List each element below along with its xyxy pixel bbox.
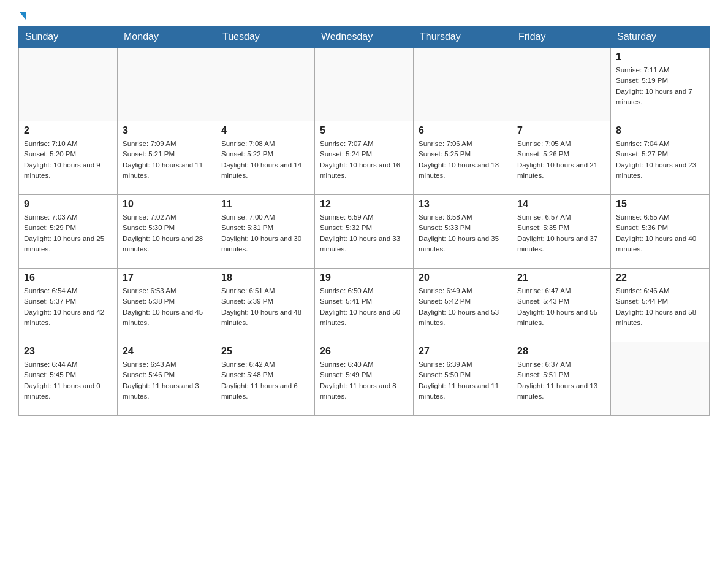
day-number: 8	[616, 125, 704, 136]
calendar-cell	[118, 48, 216, 121]
calendar-cell: 6Sunrise: 7:06 AMSunset: 5:25 PMDaylight…	[414, 121, 512, 195]
days-header-row: SundayMondayTuesdayWednesdayThursdayFrid…	[19, 26, 710, 48]
calendar-week-row: 16Sunrise: 6:54 AMSunset: 5:37 PMDayligh…	[19, 269, 710, 342]
calendar-cell: 15Sunrise: 6:55 AMSunset: 5:36 PMDayligh…	[611, 195, 710, 269]
calendar-cell: 1Sunrise: 7:11 AMSunset: 5:19 PMDaylight…	[611, 48, 710, 121]
day-info: Sunrise: 7:10 AMSunset: 5:20 PMDaylight:…	[24, 139, 112, 181]
calendar-cell: 5Sunrise: 7:07 AMSunset: 5:24 PMDaylight…	[315, 121, 414, 195]
day-info: Sunrise: 6:40 AMSunset: 5:49 PMDaylight:…	[320, 359, 408, 402]
day-number: 18	[221, 272, 309, 283]
day-info: Sunrise: 7:07 AMSunset: 5:24 PMDaylight:…	[320, 139, 408, 181]
day-number: 10	[123, 199, 211, 210]
day-info: Sunrise: 6:43 AMSunset: 5:46 PMDaylight:…	[123, 359, 211, 402]
calendar-cell: 10Sunrise: 7:02 AMSunset: 5:30 PMDayligh…	[118, 195, 216, 269]
day-info: Sunrise: 7:06 AMSunset: 5:25 PMDaylight:…	[419, 139, 507, 181]
day-number: 7	[517, 125, 605, 136]
day-number: 13	[419, 199, 507, 210]
calendar-cell: 4Sunrise: 7:08 AMSunset: 5:22 PMDaylight…	[216, 121, 315, 195]
calendar-cell: 9Sunrise: 7:03 AMSunset: 5:29 PMDaylight…	[19, 195, 118, 269]
calendar-cell	[512, 48, 611, 121]
day-info: Sunrise: 6:58 AMSunset: 5:33 PMDaylight:…	[419, 212, 507, 255]
day-info: Sunrise: 6:55 AMSunset: 5:36 PMDaylight:…	[616, 212, 704, 255]
day-header-monday: Monday	[118, 26, 216, 48]
calendar-cell: 25Sunrise: 6:42 AMSunset: 5:48 PMDayligh…	[216, 342, 315, 416]
day-info: Sunrise: 7:05 AMSunset: 5:26 PMDaylight:…	[517, 139, 605, 181]
calendar-cell: 21Sunrise: 6:47 AMSunset: 5:43 PMDayligh…	[512, 269, 611, 342]
calendar-cell: 14Sunrise: 6:57 AMSunset: 5:35 PMDayligh…	[512, 195, 611, 269]
day-number: 25	[221, 346, 309, 357]
day-header-tuesday: Tuesday	[216, 26, 315, 48]
day-info: Sunrise: 6:59 AMSunset: 5:32 PMDaylight:…	[320, 212, 408, 255]
day-header-thursday: Thursday	[414, 26, 512, 48]
day-header-wednesday: Wednesday	[315, 26, 414, 48]
day-header-sunday: Sunday	[19, 26, 118, 48]
calendar-week-row: 9Sunrise: 7:03 AMSunset: 5:29 PMDaylight…	[19, 195, 710, 269]
day-number: 6	[419, 125, 507, 136]
day-number: 22	[616, 272, 704, 283]
day-info: Sunrise: 7:11 AMSunset: 5:19 PMDaylight:…	[616, 65, 704, 107]
day-number: 21	[517, 272, 605, 283]
day-info: Sunrise: 6:37 AMSunset: 5:51 PMDaylight:…	[517, 359, 605, 402]
day-number: 14	[517, 199, 605, 210]
calendar-cell: 26Sunrise: 6:40 AMSunset: 5:49 PMDayligh…	[315, 342, 414, 416]
day-info: Sunrise: 6:44 AMSunset: 5:45 PMDaylight:…	[24, 359, 112, 402]
calendar-cell: 23Sunrise: 6:44 AMSunset: 5:45 PMDayligh…	[19, 342, 118, 416]
calendar-cell: 3Sunrise: 7:09 AMSunset: 5:21 PMDaylight…	[118, 121, 216, 195]
day-info: Sunrise: 6:49 AMSunset: 5:42 PMDaylight:…	[419, 286, 507, 328]
calendar-cell: 22Sunrise: 6:46 AMSunset: 5:44 PMDayligh…	[611, 269, 710, 342]
calendar-cell: 18Sunrise: 6:51 AMSunset: 5:39 PMDayligh…	[216, 269, 315, 342]
day-info: Sunrise: 7:04 AMSunset: 5:27 PMDaylight:…	[616, 139, 704, 181]
day-number: 5	[320, 125, 408, 136]
page-header	[18, 12, 710, 20]
calendar-week-row: 1Sunrise: 7:11 AMSunset: 5:19 PMDaylight…	[19, 48, 710, 121]
day-number: 4	[221, 125, 309, 136]
day-number: 19	[320, 272, 408, 283]
day-info: Sunrise: 6:53 AMSunset: 5:38 PMDaylight:…	[123, 286, 211, 328]
day-info: Sunrise: 7:00 AMSunset: 5:31 PMDaylight:…	[221, 212, 309, 255]
day-info: Sunrise: 6:51 AMSunset: 5:39 PMDaylight:…	[221, 286, 309, 328]
calendar-week-row: 23Sunrise: 6:44 AMSunset: 5:45 PMDayligh…	[19, 342, 710, 416]
day-number: 2	[24, 125, 112, 136]
day-number: 1	[616, 52, 704, 63]
day-info: Sunrise: 6:50 AMSunset: 5:41 PMDaylight:…	[320, 286, 408, 328]
day-number: 27	[419, 346, 507, 357]
day-number: 12	[320, 199, 408, 210]
day-info: Sunrise: 6:47 AMSunset: 5:43 PMDaylight:…	[517, 286, 605, 328]
calendar-cell: 8Sunrise: 7:04 AMSunset: 5:27 PMDaylight…	[611, 121, 710, 195]
calendar-cell: 17Sunrise: 6:53 AMSunset: 5:38 PMDayligh…	[118, 269, 216, 342]
day-number: 3	[123, 125, 211, 136]
day-number: 11	[221, 199, 309, 210]
day-number: 20	[419, 272, 507, 283]
day-header-friday: Friday	[512, 26, 611, 48]
calendar-cell: 2Sunrise: 7:10 AMSunset: 5:20 PMDaylight…	[19, 121, 118, 195]
day-number: 24	[123, 346, 211, 357]
calendar-cell: 11Sunrise: 7:00 AMSunset: 5:31 PMDayligh…	[216, 195, 315, 269]
day-info: Sunrise: 7:08 AMSunset: 5:22 PMDaylight:…	[221, 139, 309, 181]
logo-arrow-icon	[20, 12, 26, 20]
calendar-cell	[19, 48, 118, 121]
day-number: 28	[517, 346, 605, 357]
calendar-cell	[414, 48, 512, 121]
calendar-cell: 12Sunrise: 6:59 AMSunset: 5:32 PMDayligh…	[315, 195, 414, 269]
day-number: 9	[24, 199, 112, 210]
logo	[18, 12, 26, 20]
day-info: Sunrise: 7:02 AMSunset: 5:30 PMDaylight:…	[123, 212, 211, 255]
day-number: 15	[616, 199, 704, 210]
day-number: 17	[123, 272, 211, 283]
day-info: Sunrise: 7:03 AMSunset: 5:29 PMDaylight:…	[24, 212, 112, 255]
calendar-cell	[611, 342, 710, 416]
calendar-cell	[216, 48, 315, 121]
calendar-table: SundayMondayTuesdayWednesdayThursdayFrid…	[18, 26, 710, 416]
calendar-cell: 13Sunrise: 6:58 AMSunset: 5:33 PMDayligh…	[414, 195, 512, 269]
day-info: Sunrise: 7:09 AMSunset: 5:21 PMDaylight:…	[123, 139, 211, 181]
calendar-cell: 7Sunrise: 7:05 AMSunset: 5:26 PMDaylight…	[512, 121, 611, 195]
day-number: 23	[24, 346, 112, 357]
day-info: Sunrise: 6:46 AMSunset: 5:44 PMDaylight:…	[616, 286, 704, 328]
calendar-week-row: 2Sunrise: 7:10 AMSunset: 5:20 PMDaylight…	[19, 121, 710, 195]
day-header-saturday: Saturday	[611, 26, 710, 48]
day-info: Sunrise: 6:42 AMSunset: 5:48 PMDaylight:…	[221, 359, 309, 402]
calendar-cell: 20Sunrise: 6:49 AMSunset: 5:42 PMDayligh…	[414, 269, 512, 342]
calendar-cell: 27Sunrise: 6:39 AMSunset: 5:50 PMDayligh…	[414, 342, 512, 416]
day-info: Sunrise: 6:39 AMSunset: 5:50 PMDaylight:…	[419, 359, 507, 402]
calendar-cell: 16Sunrise: 6:54 AMSunset: 5:37 PMDayligh…	[19, 269, 118, 342]
